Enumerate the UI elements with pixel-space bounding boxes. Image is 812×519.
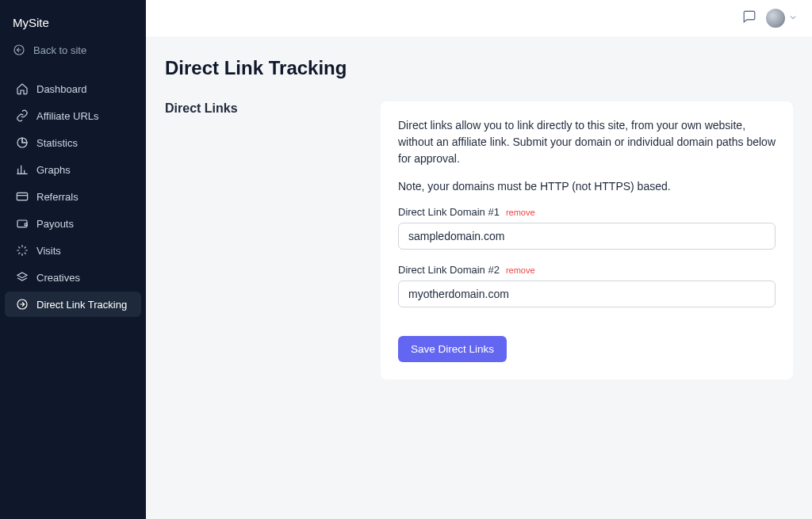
sidebar-item-direct-link-tracking[interactable]: Direct Link Tracking — [5, 292, 141, 317]
content-row: Direct Links Direct links allow you to l… — [165, 101, 793, 380]
sidebar-item-label: Payouts — [36, 218, 74, 230]
sidebar-item-label: Creatives — [36, 272, 80, 284]
panel-note-text: Note, your domains must be HTTP (not HTT… — [398, 178, 776, 195]
site-title: MySite — [0, 13, 146, 36]
sparkle-icon — [16, 244, 29, 257]
domain-2-input[interactable] — [398, 280, 776, 307]
back-to-site-label: Back to site — [33, 44, 86, 56]
topbar — [146, 0, 812, 36]
wallet-icon — [16, 217, 29, 230]
sidebar-item-creatives[interactable]: Creatives — [5, 265, 141, 290]
sidebar-item-label: Direct Link Tracking — [36, 299, 127, 311]
sidebar-item-label: Graphs — [36, 164, 71, 176]
panel-intro-text: Direct links allow you to link directly … — [398, 117, 776, 167]
link-icon — [16, 109, 29, 122]
main-area: Direct Link Tracking Direct Links Direct… — [146, 0, 812, 519]
domain-field-2: Direct Link Domain #2 remove — [398, 264, 776, 307]
home-icon — [16, 82, 29, 95]
sidebar-item-payouts[interactable]: Payouts — [5, 211, 141, 236]
user-menu[interactable] — [766, 9, 798, 28]
sidebar-item-label: Dashboard — [36, 83, 87, 95]
bar-chart-icon — [16, 163, 29, 176]
sidebar-item-referrals[interactable]: Referrals — [5, 184, 141, 209]
page-title: Direct Link Tracking — [165, 57, 793, 79]
sidebar-item-label: Referrals — [36, 191, 79, 203]
domain-1-remove-link[interactable]: remove — [506, 208, 535, 217]
sidebar: MySite Back to site Dashboard Affiliate … — [0, 0, 146, 519]
chat-icon[interactable] — [742, 10, 756, 27]
sidebar-item-label: Statistics — [36, 137, 78, 149]
avatar — [766, 9, 785, 28]
sidebar-item-statistics[interactable]: Statistics — [5, 130, 141, 155]
domain-1-input[interactable] — [398, 223, 776, 250]
direct-links-panel: Direct links allow you to link directly … — [381, 101, 793, 380]
domain-2-remove-link[interactable]: remove — [506, 265, 535, 275]
domain-1-label: Direct Link Domain #1 — [398, 206, 500, 218]
pie-chart-icon — [16, 136, 29, 149]
layers-icon — [16, 271, 29, 284]
chevron-down-icon — [788, 11, 798, 25]
credit-card-icon — [16, 190, 29, 203]
sidebar-item-visits[interactable]: Visits — [5, 238, 141, 263]
sidebar-item-label: Visits — [36, 245, 61, 257]
arrow-left-circle-icon — [13, 44, 25, 56]
domain-2-label: Direct Link Domain #2 — [398, 264, 500, 276]
domain-field-1: Direct Link Domain #1 remove — [398, 206, 776, 250]
save-direct-links-button[interactable]: Save Direct Links — [398, 336, 507, 362]
sidebar-item-graphs[interactable]: Graphs — [5, 157, 141, 182]
svg-rect-1 — [17, 193, 27, 200]
sidebar-item-affiliate-urls[interactable]: Affiliate URLs — [5, 103, 141, 128]
arrow-right-circle-icon — [16, 298, 29, 311]
back-to-site-link[interactable]: Back to site — [0, 36, 146, 64]
content: Direct Link Tracking Direct Links Direct… — [146, 36, 812, 400]
sidebar-item-label: Affiliate URLs — [36, 110, 99, 122]
sidebar-item-dashboard[interactable]: Dashboard — [5, 76, 141, 101]
section-heading: Direct Links — [165, 101, 362, 116]
